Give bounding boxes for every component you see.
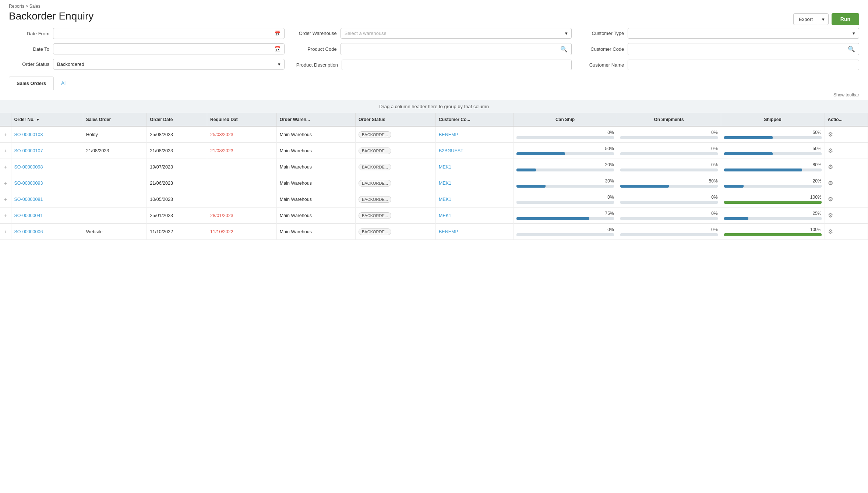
row-actions[interactable]: ⚙: [825, 159, 868, 175]
expand-icon[interactable]: +: [4, 148, 7, 154]
export-dropdown-icon[interactable]: ▾: [818, 14, 828, 25]
col-shipped[interactable]: Shipped: [721, 113, 825, 126]
row-expand[interactable]: +: [0, 208, 11, 224]
row-customer-code[interactable]: MEK1: [436, 208, 514, 224]
order-link[interactable]: SO-00000108: [14, 132, 43, 137]
row-order-no[interactable]: SO-00000081: [11, 191, 83, 208]
customer-code-search-icon[interactable]: 🔍: [848, 46, 855, 53]
row-actions[interactable]: ⚙: [825, 191, 868, 208]
date-to-field[interactable]: [57, 46, 272, 52]
row-expand[interactable]: +: [0, 143, 11, 159]
export-button[interactable]: Export ▾: [793, 13, 829, 25]
customer-type-select[interactable]: ▾: [628, 28, 859, 39]
row-actions[interactable]: ⚙: [825, 175, 868, 191]
order-warehouse-select[interactable]: Select a warehouse ▾: [341, 28, 572, 39]
row-expand[interactable]: +: [0, 224, 11, 240]
toolbar-hint[interactable]: Show toolbar: [0, 90, 868, 100]
col-required-date[interactable]: Required Dat: [207, 113, 277, 126]
can-ship-pct: 75%: [516, 211, 614, 216]
tab-sales-orders[interactable]: Sales Orders: [9, 77, 54, 90]
row-order-no[interactable]: SO-00000041: [11, 208, 83, 224]
on-shipments-pct: 0%: [620, 130, 718, 135]
row-expand[interactable]: +: [0, 175, 11, 191]
row-actions[interactable]: ⚙: [825, 126, 868, 143]
order-link[interactable]: SO-00000107: [14, 148, 43, 153]
row-customer-code[interactable]: MEK1: [436, 159, 514, 175]
expand-icon[interactable]: +: [4, 164, 7, 170]
row-expand[interactable]: +: [0, 126, 11, 143]
product-description-field[interactable]: [346, 62, 568, 68]
gear-button[interactable]: ⚙: [828, 163, 833, 170]
product-description-input[interactable]: [342, 60, 572, 70]
customer-code-link[interactable]: MEK1: [439, 181, 451, 186]
customer-code-field[interactable]: [632, 46, 846, 52]
on-shipments-pct: 0%: [620, 211, 718, 216]
customer-code-link[interactable]: BENEMP: [439, 132, 458, 137]
row-customer-code[interactable]: MEK1: [436, 191, 514, 208]
col-sales-order[interactable]: Sales Order: [83, 113, 147, 126]
customer-code-input[interactable]: 🔍: [628, 43, 859, 55]
expand-icon[interactable]: +: [4, 196, 7, 202]
row-sales-order: 21/08/2023: [83, 143, 147, 159]
row-customer-code[interactable]: BENEMP: [436, 224, 514, 240]
col-can-ship[interactable]: Can Ship: [513, 113, 617, 126]
expand-icon[interactable]: +: [4, 180, 7, 186]
gear-button[interactable]: ⚙: [828, 212, 833, 219]
order-link[interactable]: SO-00000098: [14, 164, 43, 170]
row-actions[interactable]: ⚙: [825, 208, 868, 224]
col-order-no[interactable]: Order No. ▾: [11, 113, 83, 126]
col-order-date[interactable]: Order Date: [147, 113, 207, 126]
product-code-field[interactable]: [345, 46, 558, 52]
col-actions-label: Actio...: [828, 117, 843, 122]
row-expand[interactable]: +: [0, 191, 11, 208]
row-order-no[interactable]: SO-00000006: [11, 224, 83, 240]
row-order-no[interactable]: SO-00000107: [11, 143, 83, 159]
order-link[interactable]: SO-00000006: [14, 229, 43, 234]
col-order-status[interactable]: Order Status: [356, 113, 436, 126]
order-link[interactable]: SO-00000093: [14, 181, 43, 186]
customer-code-link[interactable]: B2BGUEST: [439, 148, 463, 153]
row-actions[interactable]: ⚙: [825, 143, 868, 159]
date-from-input[interactable]: 📅: [53, 28, 285, 39]
expand-icon[interactable]: +: [4, 229, 7, 235]
run-button[interactable]: Run: [832, 13, 859, 25]
customer-code-link[interactable]: BENEMP: [439, 229, 458, 234]
col-customer-code[interactable]: Customer Co...: [436, 113, 514, 126]
expand-icon[interactable]: +: [4, 213, 7, 219]
col-order-warehouse-label: Order Wareh...: [280, 117, 310, 122]
order-status-select[interactable]: Backordered ▾: [53, 59, 285, 70]
row-expand[interactable]: +: [0, 159, 11, 175]
date-from-field[interactable]: [57, 31, 272, 36]
row-order-no[interactable]: SO-00000098: [11, 159, 83, 175]
expand-icon[interactable]: +: [4, 132, 7, 138]
col-on-shipments[interactable]: On Shipments: [617, 113, 721, 126]
customer-name-input[interactable]: [628, 60, 859, 70]
tab-all[interactable]: All: [54, 77, 74, 90]
customer-code-link[interactable]: MEK1: [439, 197, 451, 202]
row-can-ship: 20%: [513, 159, 617, 175]
gear-button[interactable]: ⚙: [828, 228, 833, 235]
product-code-search-icon[interactable]: 🔍: [560, 46, 568, 53]
gear-button[interactable]: ⚙: [828, 131, 833, 138]
col-order-warehouse[interactable]: Order Wareh...: [276, 113, 355, 126]
row-required-date: 25/08/2023: [207, 126, 277, 143]
row-shipped: 100%: [721, 191, 825, 208]
customer-code-link[interactable]: MEK1: [439, 164, 451, 170]
customer-code-link[interactable]: MEK1: [439, 213, 451, 218]
gear-button[interactable]: ⚙: [828, 180, 833, 187]
row-order-no[interactable]: SO-00000093: [11, 175, 83, 191]
gear-button[interactable]: ⚙: [828, 196, 833, 203]
date-to-input[interactable]: 📅: [53, 43, 285, 54]
product-code-input[interactable]: 🔍: [341, 43, 572, 55]
row-customer-code[interactable]: BENEMP: [436, 126, 514, 143]
row-actions[interactable]: ⚙: [825, 224, 868, 240]
row-order-no[interactable]: SO-00000108: [11, 126, 83, 143]
row-customer-code[interactable]: MEK1: [436, 175, 514, 191]
row-order-warehouse: Main Warehous: [276, 175, 355, 191]
on-shipments-pct: 50%: [620, 178, 718, 184]
order-link[interactable]: SO-00000041: [14, 213, 43, 218]
customer-name-field[interactable]: [632, 62, 855, 68]
order-link[interactable]: SO-00000081: [14, 197, 43, 202]
row-customer-code[interactable]: B2BGUEST: [436, 143, 514, 159]
gear-button[interactable]: ⚙: [828, 147, 833, 154]
